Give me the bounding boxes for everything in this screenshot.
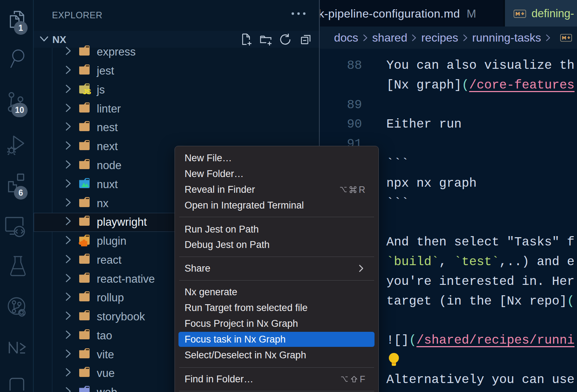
svg-text:JS: JS [83,88,91,96]
